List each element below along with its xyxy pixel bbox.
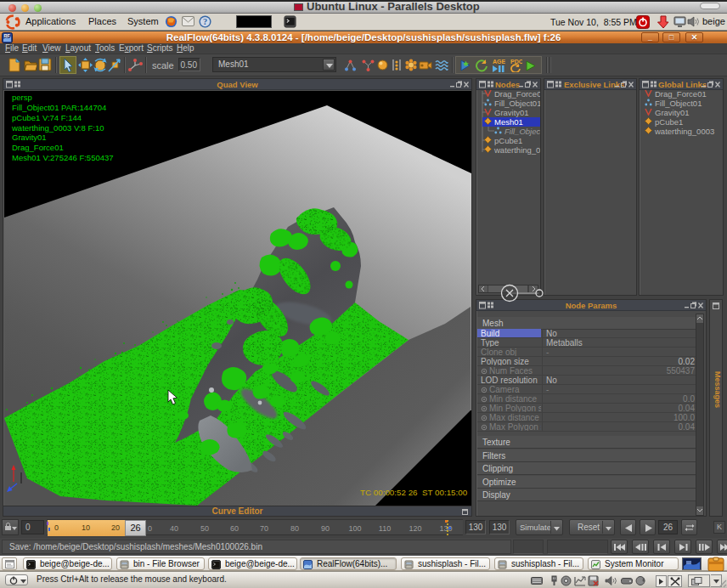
svg-text:pCube1 V:74 F:144: pCube1 V:74 F:144 <box>12 113 82 122</box>
svg-text:Mesh01 V:275246 F:550437: Mesh01 V:275246 F:550437 <box>12 153 114 162</box>
svg-text:TC 00:00:52 26 ST 00:15:00: TC 00:00:52 26 ST 00:15:00 <box>360 488 468 497</box>
svg-text:?: ? <box>203 17 207 26</box>
svg-text:persp: persp <box>12 93 32 102</box>
svg-text:waterthing_0003 V:8 F:10: waterthing_0003 V:8 F:10 <box>11 123 104 133</box>
svg-text:Fill_Object01 PAR:144704: Fill_Object01 PAR:144704 <box>12 103 106 112</box>
svg-text:Gravity01: Gravity01 <box>12 133 47 142</box>
svg-text:AGE: AGE <box>493 59 505 65</box>
svg-text:Drag_Force01: Drag_Force01 <box>12 143 64 152</box>
svg-text:PDC: PDC <box>510 59 522 65</box>
svg-text:RF: RF <box>4 33 11 38</box>
